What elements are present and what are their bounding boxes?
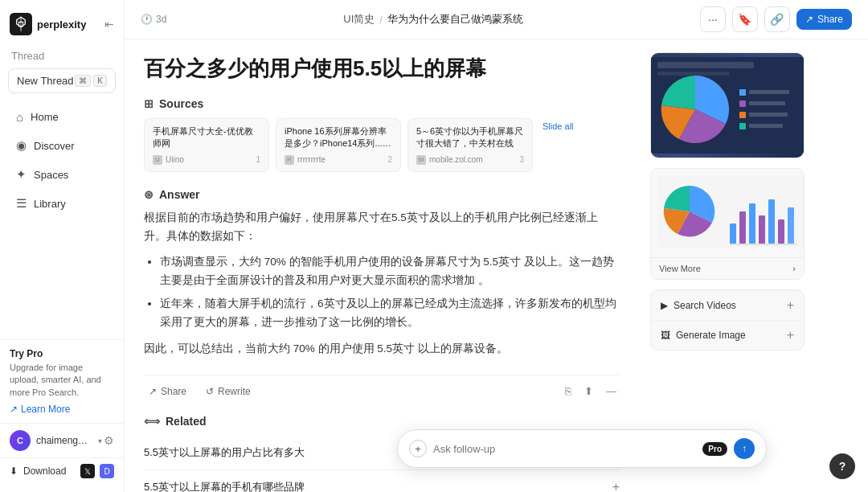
rewrite-label: Rewrite — [218, 386, 251, 397]
learn-more-label: Learn More — [21, 404, 70, 415]
source-title: 5～6英寸你以为手机屏幕尺寸很大错了，中关村在线 — [416, 125, 524, 150]
source-origin: M mobile.zol.com — [416, 155, 483, 165]
source-origin: R rrrrrrrrte — [285, 155, 326, 165]
download-section: ⬇ Download 𝕏 D — [0, 457, 124, 484]
slide-all-button[interactable]: Slide all — [539, 118, 577, 172]
help-icon: ? — [839, 460, 846, 473]
topbar: 🕐 3d UI简史 / 华为为什么要自己做鸿蒙系统 ··· 🔖 🔗 ↗ Shar… — [125, 0, 868, 39]
followup-add-icon[interactable]: + — [409, 440, 427, 457]
chart-area — [651, 53, 804, 158]
breadcrumb: UI简史 / 华为为什么要自己做鸿蒙系统 — [343, 12, 523, 27]
sidebar-item-library[interactable]: ☰ Library — [5, 190, 119, 217]
source-footer: R rrrrrrrrte 2 — [285, 155, 392, 165]
send-button[interactable]: ↑ — [734, 438, 755, 459]
source-card-2[interactable]: iPhone 16系列屏幕分辨率是多少？iPhone14系列... 设计指南演讲… — [276, 118, 401, 172]
x-icon[interactable]: 𝕏 — [80, 464, 95, 478]
generate-image-button[interactable]: 🖼 Generate Image + — [651, 320, 804, 350]
sidebar: perplexity ⇤ Thread New Thread ⌘ K ⌂ Hom… — [0, 0, 125, 492]
new-thread-label: New Thread — [17, 75, 74, 87]
copy-icon[interactable]: ⎘ — [562, 382, 575, 400]
pie-chart — [651, 57, 804, 154]
share-action-label: Share — [161, 386, 186, 397]
sources-icon: ⊞ — [144, 97, 154, 110]
time-ago: 🕐 3d — [141, 14, 166, 25]
download-button[interactable]: ⬇ Download — [10, 465, 66, 477]
spaces-icon: ✦ — [16, 167, 27, 182]
more-options-button[interactable]: ··· — [700, 6, 726, 32]
source-card-3[interactable]: 5～6英寸你以为手机屏幕尺寸很大错了，中关村在线 M mobile.zol.co… — [407, 118, 533, 172]
generate-image-left: 🖼 Generate Image — [661, 330, 746, 341]
bookmark-button[interactable]: 🔖 — [732, 6, 758, 32]
home-icon: ⌂ — [16, 110, 23, 124]
more-action-icon[interactable]: — — [603, 382, 620, 400]
download-label: Download — [23, 465, 66, 477]
help-button[interactable]: ? — [829, 453, 855, 479]
export-icon[interactable]: ⬆ — [581, 382, 596, 400]
sources-label: Sources — [159, 97, 203, 110]
svg-rect-4 — [657, 72, 730, 76]
bookmark-icon: 🔖 — [738, 13, 751, 26]
related-item-text: 5.5英寸以上屏幕的手机有哪些品牌 — [144, 480, 305, 492]
sidebar-item-home[interactable]: ⌂ Home — [5, 104, 119, 130]
followup-left: + — [409, 440, 702, 457]
svg-rect-18 — [768, 199, 775, 244]
chevron-down-icon: ▾ — [98, 437, 102, 445]
rewrite-icon: ↺ — [206, 386, 214, 397]
share-action-icon: ↗ — [149, 386, 157, 397]
source-name: rrrrrrrrte — [297, 155, 326, 164]
share-icon: ↗ — [805, 14, 813, 25]
sidebar-item-label: Discover — [34, 140, 75, 152]
followup-bar: + Pro ↑ — [397, 429, 767, 468]
sources-header: ⊞ Sources — [144, 97, 620, 110]
related-header: ⟺ Related — [144, 415, 620, 428]
followup-right: Pro ↑ — [702, 438, 755, 459]
source-number: 1 — [256, 155, 260, 164]
svg-rect-5 — [739, 89, 746, 96]
svg-rect-7 — [739, 112, 746, 118]
sources-grid: 手机屏幕尺寸大全-优优教师网 U Uiino 1 iPhone 16系列屏幕分辨… — [144, 118, 620, 172]
content-sidebar: View More › ▶ Search Videos + 🖼 Generate — [639, 39, 816, 492]
sidebar-item-discover[interactable]: ◉ Discover — [5, 132, 119, 159]
video-icon: ▶ — [661, 300, 668, 311]
topbar-left: 🕐 3d — [141, 14, 166, 25]
search-videos-button[interactable]: ▶ Search Videos + — [651, 290, 804, 320]
link-icon: 🔗 — [770, 13, 784, 26]
discord-icon[interactable]: D — [100, 464, 114, 478]
source-card-1[interactable]: 手机屏幕尺寸大全-优优教师网 U Uiino 1 — [144, 118, 269, 172]
chevron-right-icon: › — [792, 264, 796, 273]
new-thread-shortcut: ⌘ K — [75, 75, 107, 87]
plus-icon: + — [612, 480, 620, 492]
action-left: ↗ Share ↺ Rewrite — [144, 383, 256, 400]
view-more-button[interactable]: View More › — [651, 257, 804, 279]
sidebar-header: perplexity ⇤ — [0, 8, 124, 43]
svg-rect-10 — [749, 101, 785, 105]
share-label: Share — [817, 14, 843, 25]
answer-section: ⊛ Answer 根据目前的市场趋势和用户偏好，使用屏幕尺寸在5.5英寸及以上的… — [144, 188, 620, 359]
avatar: C — [10, 430, 31, 451]
copy-link-button[interactable]: 🔗 — [764, 6, 790, 32]
view-more-label: View More — [659, 264, 701, 273]
page-title: 百分之多少的用户使用5.5以上的屏幕 — [144, 55, 620, 83]
clock-icon: 🕐 — [141, 14, 153, 25]
share-action-button[interactable]: ↗ Share — [144, 383, 191, 400]
favicon-icon: R — [285, 155, 294, 165]
main-content: 🕐 3d UI简史 / 华为为什么要自己做鸿蒙系统 ··· 🔖 🔗 ↗ Shar… — [125, 0, 868, 492]
svg-rect-19 — [778, 219, 784, 244]
sidebar-item-spaces[interactable]: ✦ Spaces — [5, 161, 119, 188]
plus-expand-icon: + — [787, 328, 794, 342]
search-videos-left: ▶ Search Videos — [661, 300, 736, 311]
related-item-2[interactable]: 5.5英寸以上屏幕的手机有哪些品牌 + — [144, 470, 620, 492]
user-info[interactable]: C chaimenghua... ▾ — [10, 430, 102, 451]
new-thread-button[interactable]: New Thread ⌘ K — [8, 68, 116, 93]
share-button[interactable]: ↗ Share — [796, 9, 852, 30]
learn-more-button[interactable]: ↗ Learn More — [10, 404, 114, 415]
related-label: Related — [166, 415, 207, 428]
settings-icon[interactable]: ⚙ — [104, 434, 114, 447]
rewrite-action-button[interactable]: ↺ Rewrite — [201, 383, 256, 400]
sidebar-item-label: Library — [34, 198, 66, 210]
collapse-sidebar-button[interactable]: ⇤ — [104, 18, 114, 31]
followup-input[interactable] — [433, 443, 702, 455]
breadcrumb-parent[interactable]: UI简史 — [343, 12, 375, 27]
answer-header: ⊛ Answer — [144, 188, 620, 201]
search-videos-label: Search Videos — [674, 300, 736, 311]
